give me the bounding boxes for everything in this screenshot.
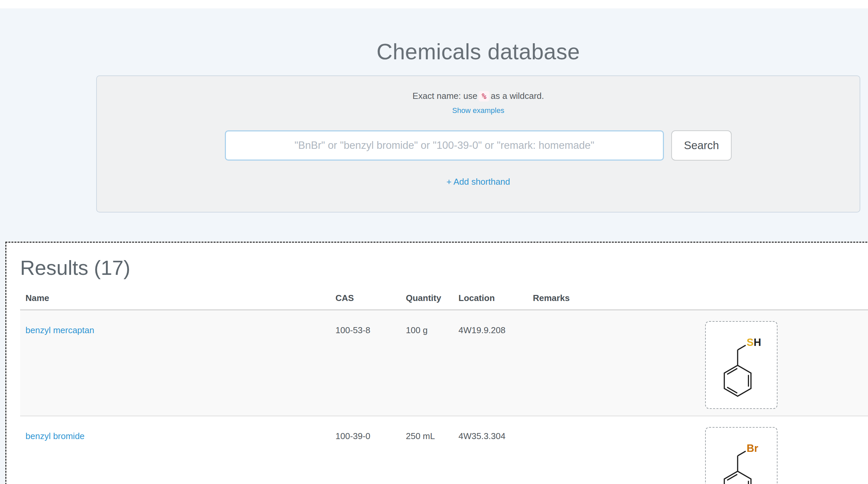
column-header-cas: CAS [336, 290, 406, 310]
filler-cell [792, 416, 868, 484]
quantity-cell: 250 mL [406, 416, 459, 484]
add-shorthand-link[interactable]: + Add shorthand [446, 177, 510, 187]
show-examples-link[interactable]: Show examples [452, 106, 504, 115]
column-header-location: Location [459, 290, 533, 310]
table-row: benzyl bromide 100-39-0 250 mL 4W35.3.30… [20, 416, 868, 484]
benzene-ring [724, 451, 751, 484]
chemical-name-link[interactable]: benzyl mercaptan [26, 325, 94, 335]
molecule-drawing-benzyl-bromide: Br [706, 428, 777, 484]
structure-cell: Br [705, 416, 792, 484]
wildcard-hint-suffix: as a wildcard. [491, 91, 544, 101]
structure-cell: SH [705, 310, 792, 416]
cas-cell: 100-53-8 [336, 310, 406, 416]
search-row: Search [97, 130, 860, 160]
quantity-cell: 100 g [406, 310, 459, 416]
results-table: Name CAS Quantity Location Remarks benzy… [20, 290, 868, 484]
column-header-structure [705, 290, 792, 310]
search-input[interactable] [225, 130, 664, 160]
wildcard-hint-prefix: Exact name: use [412, 91, 477, 101]
name-cell: benzyl bromide [20, 416, 336, 484]
top-white-strip [0, 0, 868, 8]
structure-thumbnail: Br [705, 427, 777, 484]
location-cell: 4W19.9.208 [459, 310, 533, 416]
benzene-ring [724, 345, 751, 396]
heteroatom-bond [738, 451, 746, 456]
remarks-cell [533, 416, 705, 484]
remarks-cell [533, 310, 705, 416]
molecule-drawing-benzyl-thiol: SH [706, 322, 777, 408]
structure-thumbnail: SH [705, 321, 777, 409]
table-row: benzyl mercaptan 100-53-8 100 g 4W19.9.2… [20, 310, 868, 416]
column-header-name: Name [20, 290, 336, 310]
column-header-remarks: Remarks [533, 290, 705, 310]
wildcard-code-chip: % [478, 91, 489, 101]
search-button[interactable]: Search [671, 130, 732, 160]
cas-cell: 100-39-0 [336, 416, 406, 484]
page-title: Chemicals database [96, 39, 860, 64]
wildcard-hint: Exact name: use%as a wildcard. [97, 91, 860, 101]
column-header-quantity: Quantity [406, 290, 459, 310]
atom-label: SH [747, 336, 761, 348]
heteroatom-bond [738, 345, 746, 350]
atom-label: Br [747, 443, 758, 454]
results-panel: Results (17) Name CAS Quantity Location … [5, 242, 868, 484]
chemical-name-link[interactable]: benzyl bromide [26, 431, 85, 441]
column-header-filler [792, 290, 868, 310]
name-cell: benzyl mercaptan [20, 310, 336, 416]
search-panel: Exact name: use%as a wildcard. Show exam… [96, 75, 860, 212]
filler-cell [792, 310, 868, 416]
results-title: Results (17) [20, 256, 868, 279]
location-cell: 4W35.3.304 [459, 416, 533, 484]
table-header-row: Name CAS Quantity Location Remarks [20, 290, 868, 310]
